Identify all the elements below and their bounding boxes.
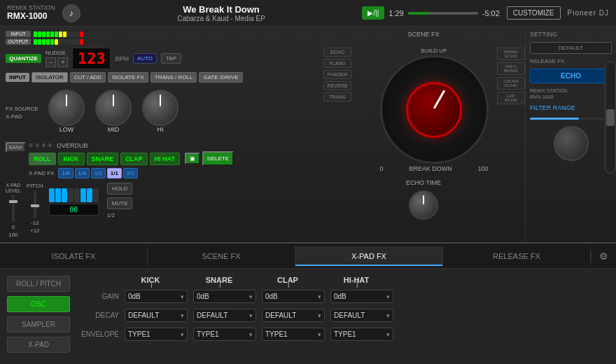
hihat-decay-select[interactable]: DEFAULT ▾ xyxy=(330,309,393,322)
vinyl-brake-btn[interactable]: VINYLBRAKE xyxy=(497,62,525,75)
echo-blue-button[interactable]: ECHO xyxy=(530,69,612,83)
chevron-down-icon: ▾ xyxy=(318,331,321,338)
mute-button[interactable]: MUTE xyxy=(107,197,133,209)
snare-envelope-select[interactable]: TYPE1 ▾ xyxy=(193,328,256,341)
kick-decay-select[interactable]: DEFAULT ▾ xyxy=(125,309,188,322)
pattern-seg xyxy=(62,188,67,202)
pattern-1-8[interactable]: 1/8 xyxy=(58,168,73,178)
overdub-button[interactable]: ▣ xyxy=(185,153,200,164)
nudge-minus-button[interactable]: − xyxy=(46,57,56,67)
customize-button[interactable]: CUSTOMIZE xyxy=(507,6,561,20)
scene-phaser-btn[interactable]: PHASER xyxy=(323,70,351,79)
hi-knob[interactable] xyxy=(142,90,178,126)
pattern-1-2[interactable]: 1/2 xyxy=(91,168,106,178)
meter-seg xyxy=(63,39,66,45)
scene-trans-btn[interactable]: TRANS xyxy=(323,92,351,102)
hi-label: HI xyxy=(158,126,164,133)
snare-pad-button[interactable]: SNARE xyxy=(87,153,119,165)
default-button[interactable]: DEFAULT xyxy=(530,42,612,54)
music-icon-button[interactable]: ♪ xyxy=(62,4,80,22)
main-dial[interactable] xyxy=(380,55,489,164)
clap-col-header: CLAP xyxy=(256,276,319,284)
echo-time-knob[interactable] xyxy=(409,190,438,220)
settings-button[interactable]: ⚙ xyxy=(591,251,616,262)
time-total: -5:02 xyxy=(482,9,500,18)
chevron-down-icon: ▾ xyxy=(386,331,390,338)
auto-button[interactable]: AUTO xyxy=(133,53,157,64)
tab-scene-fx[interactable]: SCENE FX xyxy=(148,246,295,266)
side-slider-thumb xyxy=(606,109,615,126)
level-slider[interactable] xyxy=(12,195,15,223)
progress-bar[interactable] xyxy=(408,12,478,15)
meter-seg xyxy=(76,31,79,37)
meter-seg xyxy=(34,39,37,45)
hihat-pad-button[interactable]: HI HAT xyxy=(150,153,180,165)
clap-envelope-select[interactable]: TYPE1 ▾ xyxy=(262,328,325,341)
filter-range-knob[interactable] xyxy=(554,126,589,161)
trans-roll-button[interactable]: TRANS / ROLL xyxy=(150,72,197,83)
input-source-button[interactable]: INPUT xyxy=(6,73,29,82)
left-sidebar-buttons: ROLL / PITCH OSC SAMPLER X-PAD xyxy=(7,276,70,357)
meter-seg xyxy=(34,31,37,37)
pitch-slider[interactable] xyxy=(34,190,36,218)
scene-reverb-btn[interactable]: REVERB xyxy=(323,81,351,90)
track-title: We Break It Down xyxy=(88,4,356,15)
filter-range-fill xyxy=(530,118,579,120)
pattern-seg xyxy=(87,188,92,202)
kick-gain-select[interactable]: 0dB ▾ xyxy=(125,290,188,303)
hold-button[interactable]: HOLD xyxy=(107,183,133,195)
gate-drive-button[interactable]: GATE /DRIVE xyxy=(199,72,242,83)
pitch-slider-group: PITCH -12 +12 xyxy=(27,183,43,234)
snare-gain-select[interactable]: 0dB ▾ xyxy=(193,290,256,303)
delete-button[interactable]: DELETE xyxy=(202,151,234,166)
tab-x-pad-fx[interactable]: X-PAD FX xyxy=(295,246,443,266)
snare-decay-select[interactable]: DEFAULT ▾ xyxy=(193,309,256,322)
hihat-envelope-select[interactable]: TYPE1 ▾ xyxy=(330,328,393,341)
kick-envelope-select[interactable]: TYPE1 ▾ xyxy=(125,328,188,341)
isolate-fx-button[interactable]: ISOLATE FX xyxy=(108,72,148,83)
tap-button[interactable]: TAP xyxy=(161,53,181,64)
xpad-section: BANK ① ② ③ ④ OVERDUB ROLL KICK SNARE CLA… xyxy=(6,142,316,178)
clap-decay-select[interactable]: DEFAULT ▾ xyxy=(262,309,325,322)
low-knob-group: LOW xyxy=(48,90,85,135)
meter-seg xyxy=(80,31,83,37)
osc-button[interactable]: OSC xyxy=(7,296,70,312)
fx-source-label: FX SOURCE xyxy=(6,106,44,112)
lap-echo-btn[interactable]: LAPECHO xyxy=(497,92,525,104)
crush-echo-btn[interactable]: CRUSHECHO xyxy=(497,77,525,90)
isolator-button[interactable]: ISOLATOR xyxy=(31,72,68,83)
quantize-button[interactable]: QUANTIZE xyxy=(6,54,41,63)
mid-knob[interactable] xyxy=(95,90,132,126)
meter-seg xyxy=(59,31,62,37)
hihat-gain-select[interactable]: 0dB ▾ xyxy=(330,290,393,303)
side-slider[interactable] xyxy=(605,62,616,174)
spiral-echo-btn[interactable]: SPIRALECHO xyxy=(497,48,525,60)
tab-release-fx[interactable]: RELEASE FX xyxy=(443,246,591,266)
x-pad-sidebar-button[interactable]: X-PAD xyxy=(7,337,70,353)
roll-pad-button[interactable]: ROLL xyxy=(29,153,56,165)
nudge-plus-button[interactable]: + xyxy=(57,57,68,67)
roll-pitch-button[interactable]: ROLL / PITCH xyxy=(7,276,70,292)
dial-values: 0 BREAK DOWN 100 xyxy=(380,165,489,172)
scene-flang-btn[interactable]: FLANG xyxy=(323,59,351,68)
setting-label: SETTING xyxy=(530,31,612,38)
bank-button[interactable]: BANK xyxy=(6,142,26,153)
tab-isolate-fx[interactable]: ISOLATE FX xyxy=(0,246,148,266)
low-knob[interactable] xyxy=(48,90,85,126)
pattern-1-1[interactable]: 1/1 xyxy=(107,168,122,178)
play-pause-button[interactable]: ▶/|| xyxy=(362,6,384,20)
level-label: X-PADLEVEL xyxy=(6,183,21,193)
pattern-2-1[interactable]: 2/1 xyxy=(123,168,138,178)
dial-center xyxy=(406,82,462,138)
kick-pad-button[interactable]: KICK xyxy=(58,153,85,165)
remix-label: REMIX STATION xyxy=(7,5,55,12)
clap-gain-select[interactable]: 0dB ▾ xyxy=(262,290,325,303)
pattern-1-4[interactable]: 1/4 xyxy=(75,168,90,178)
filter-range-slider[interactable] xyxy=(530,118,612,120)
sampler-button[interactable]: SAMPLER xyxy=(7,316,70,332)
scene-echo-btn[interactable]: ECHO xyxy=(323,48,351,57)
clap-pad-button[interactable]: CLAP xyxy=(120,153,148,165)
cut-add-button[interactable]: CUT / ADD xyxy=(70,72,106,83)
meter-seg xyxy=(38,39,41,45)
chevron-down-icon: ▾ xyxy=(181,293,184,300)
